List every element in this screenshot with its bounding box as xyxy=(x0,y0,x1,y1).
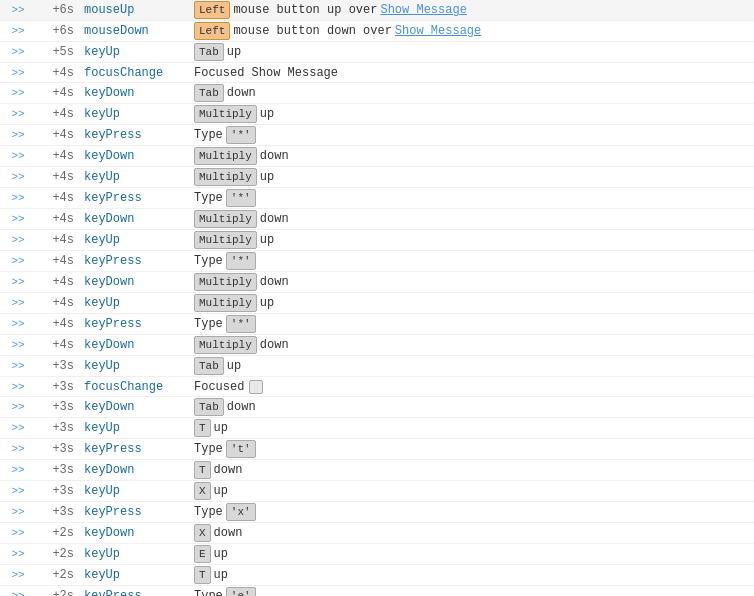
event-time: +3s xyxy=(36,400,80,414)
detail-text: down xyxy=(260,338,289,352)
event-type: keyUp xyxy=(80,170,190,184)
detail-text: up xyxy=(260,170,274,184)
expand-arrow-icon[interactable]: >> xyxy=(0,213,36,225)
key-badge: '*' xyxy=(226,315,256,333)
key-badge: 'e' xyxy=(226,587,256,596)
detail-text: down xyxy=(260,275,289,289)
event-detail: Multiply up xyxy=(190,231,754,249)
key-badge: X xyxy=(194,524,211,542)
event-time: +2s xyxy=(36,547,80,561)
expand-arrow-icon[interactable]: >> xyxy=(0,87,36,99)
event-type: keyPress xyxy=(80,442,190,456)
key-badge: Multiply xyxy=(194,168,257,186)
event-type: keyPress xyxy=(80,505,190,519)
event-time: +4s xyxy=(36,86,80,100)
log-container[interactable]: >>+6smouseUpLeft mouse button up over Sh… xyxy=(0,0,754,596)
key-badge: '*' xyxy=(226,189,256,207)
event-time: +4s xyxy=(36,128,80,142)
table-row: >>+4skeyDownMultiply down xyxy=(0,335,754,356)
event-type: keyDown xyxy=(80,149,190,163)
expand-arrow-icon[interactable]: >> xyxy=(0,150,36,162)
event-type: keyPress xyxy=(80,191,190,205)
detail-link[interactable]: Show Message xyxy=(395,24,481,38)
expand-arrow-icon[interactable]: >> xyxy=(0,276,36,288)
event-detail: Tab down xyxy=(190,84,754,102)
expand-arrow-icon[interactable]: >> xyxy=(0,67,36,79)
key-badge: Tab xyxy=(194,398,224,416)
expand-arrow-icon[interactable]: >> xyxy=(0,464,36,476)
table-row: >>+4sfocusChangeFocused Show Message xyxy=(0,63,754,83)
event-time: +2s xyxy=(36,589,80,596)
expand-arrow-icon[interactable]: >> xyxy=(0,129,36,141)
key-badge: Multiply xyxy=(194,294,257,312)
event-time: +4s xyxy=(36,317,80,331)
key-badge: 't' xyxy=(226,440,256,458)
expand-arrow-icon[interactable]: >> xyxy=(0,569,36,581)
event-detail: Focused Show Message xyxy=(190,66,754,80)
event-time: +4s xyxy=(36,254,80,268)
expand-arrow-icon[interactable]: >> xyxy=(0,108,36,120)
detail-text: down xyxy=(260,149,289,163)
expand-arrow-icon[interactable]: >> xyxy=(0,192,36,204)
key-badge: Tab xyxy=(194,43,224,61)
event-detail: Type 'e' xyxy=(190,587,754,596)
event-type: keyUp xyxy=(80,547,190,561)
expand-arrow-icon[interactable]: >> xyxy=(0,234,36,246)
key-badge: E xyxy=(194,545,211,563)
key-badge: T xyxy=(194,419,211,437)
event-detail: Focused xyxy=(190,380,754,394)
expand-arrow-icon[interactable]: >> xyxy=(0,485,36,497)
detail-text: mouse button down over xyxy=(233,24,391,38)
table-row: >>+3skeyPressType 'x' xyxy=(0,502,754,523)
expand-arrow-icon[interactable]: >> xyxy=(0,255,36,267)
event-time: +3s xyxy=(36,380,80,394)
detail-text: Focused xyxy=(194,380,244,394)
table-row: >>+4skeyUpMultiply up xyxy=(0,230,754,251)
event-type: keyDown xyxy=(80,338,190,352)
event-type: keyUp xyxy=(80,233,190,247)
event-type: keyPress xyxy=(80,589,190,596)
table-row: >>+6smouseDownLeft mouse button down ove… xyxy=(0,21,754,42)
expand-arrow-icon[interactable]: >> xyxy=(0,548,36,560)
expand-arrow-icon[interactable]: >> xyxy=(0,318,36,330)
key-badge: Multiply xyxy=(194,210,257,228)
table-row: >>+4skeyDownMultiply down xyxy=(0,146,754,167)
detail-text: Type xyxy=(194,128,223,142)
event-type: keyPress xyxy=(80,128,190,142)
event-detail: Multiply down xyxy=(190,210,754,228)
event-time: +3s xyxy=(36,359,80,373)
expand-arrow-icon[interactable]: >> xyxy=(0,422,36,434)
event-detail: X down xyxy=(190,524,754,542)
event-time: +5s xyxy=(36,45,80,59)
expand-arrow-icon[interactable]: >> xyxy=(0,401,36,413)
detail-link[interactable]: Show Message xyxy=(380,3,466,17)
expand-arrow-icon[interactable]: >> xyxy=(0,506,36,518)
expand-arrow-icon[interactable]: >> xyxy=(0,46,36,58)
event-type: keyUp xyxy=(80,296,190,310)
expand-arrow-icon[interactable]: >> xyxy=(0,527,36,539)
event-time: +6s xyxy=(36,24,80,38)
expand-arrow-icon[interactable]: >> xyxy=(0,4,36,16)
event-type: keyDown xyxy=(80,86,190,100)
expand-arrow-icon[interactable]: >> xyxy=(0,381,36,393)
table-row: >>+3skeyDownTab down xyxy=(0,397,754,418)
expand-arrow-icon[interactable]: >> xyxy=(0,339,36,351)
expand-arrow-icon[interactable]: >> xyxy=(0,360,36,372)
detail-text: Type xyxy=(194,191,223,205)
key-badge: Tab xyxy=(194,357,224,375)
detail-text: down xyxy=(227,400,256,414)
table-row: >>+5skeyUpTab up xyxy=(0,42,754,63)
expand-arrow-icon[interactable]: >> xyxy=(0,297,36,309)
key-badge: Multiply xyxy=(194,105,257,123)
key-badge-orange: Left xyxy=(194,22,230,40)
expand-arrow-icon[interactable]: >> xyxy=(0,25,36,37)
expand-arrow-icon[interactable]: >> xyxy=(0,171,36,183)
table-row: >>+2skeyDownX down xyxy=(0,523,754,544)
event-type: mouseDown xyxy=(80,24,190,38)
event-time: +4s xyxy=(36,275,80,289)
expand-arrow-icon[interactable]: >> xyxy=(0,590,36,596)
key-badge-orange: Left xyxy=(194,1,230,19)
expand-arrow-icon[interactable]: >> xyxy=(0,443,36,455)
event-type: keyDown xyxy=(80,526,190,540)
event-type: keyDown xyxy=(80,212,190,226)
